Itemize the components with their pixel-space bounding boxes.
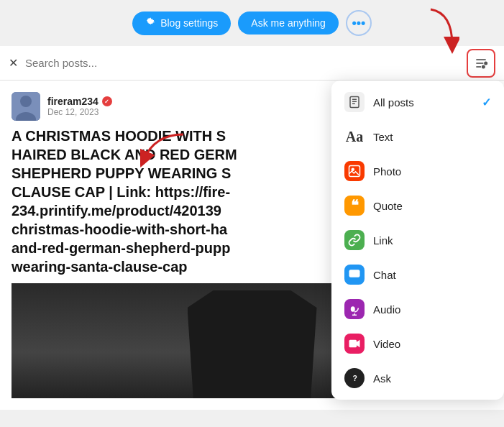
- allposts-label: All posts: [373, 96, 473, 109]
- filter-option-photo[interactable]: Photo: [331, 154, 504, 188]
- filter-option-text[interactable]: Aa Text: [331, 119, 504, 154]
- close-search-button[interactable]: ✕: [9, 56, 18, 70]
- text-icon: Aa: [344, 127, 365, 147]
- more-button[interactable]: •••: [346, 10, 372, 36]
- ask-anything-label: Ask me anything: [251, 17, 326, 29]
- filter-option-allposts[interactable]: All posts ✓: [331, 85, 504, 119]
- quote-label: Quote: [373, 200, 491, 212]
- main-content: fireram234 ✓ Dec 12, 2023 A CHRISTMAS HO…: [0, 81, 504, 410]
- photo-label: Photo: [373, 165, 491, 178]
- filter-option-chat[interactable]: hi! Chat: [331, 257, 504, 292]
- text-label: Text: [373, 131, 491, 143]
- blog-settings-label: Blog settings: [160, 17, 218, 29]
- blog-settings-button[interactable]: Blog settings: [132, 12, 231, 35]
- search-bar: ✕: [0, 46, 504, 81]
- svg-text:?: ?: [352, 374, 357, 382]
- gear-icon: [145, 17, 155, 29]
- svg-rect-21: [349, 340, 357, 348]
- filter-button[interactable]: [467, 49, 495, 78]
- svg-point-4: [484, 61, 487, 65]
- svg-point-18: [351, 306, 355, 312]
- search-input[interactable]: [25, 57, 461, 69]
- filter-option-audio[interactable]: Audio: [331, 292, 504, 326]
- svg-text:hi!: hi!: [351, 271, 357, 276]
- svg-point-5: [482, 65, 485, 68]
- ask-label: Ask: [373, 372, 491, 385]
- filter-option-link[interactable]: Link: [331, 223, 504, 257]
- ask-anything-button[interactable]: Ask me anything: [238, 12, 339, 35]
- ask-icon: ?: [344, 368, 365, 388]
- chat-label: Chat: [373, 269, 491, 281]
- link-label: Link: [373, 234, 491, 247]
- document-icon: [344, 92, 365, 112]
- avatar: [12, 92, 40, 121]
- filter-option-video[interactable]: Video: [331, 326, 504, 361]
- filter-option-quote[interactable]: ❝ Quote: [331, 188, 504, 223]
- verified-badge: ✓: [102, 96, 112, 106]
- audio-icon: [344, 299, 365, 319]
- hoodie-illustration: [188, 290, 317, 398]
- link-icon: [344, 230, 365, 250]
- video-label: Video: [373, 338, 491, 350]
- top-bar: Blog settings Ask me anything •••: [0, 0, 504, 46]
- filter-option-ask[interactable]: ? Ask: [331, 361, 504, 395]
- quote-icon: ❝: [344, 196, 365, 216]
- post-date: Dec 12, 2023: [47, 107, 112, 117]
- filter-dropdown: All posts ✓ Aa Text Photo ❝ Quote: [331, 81, 504, 400]
- avatar-image: [12, 92, 40, 121]
- photo-icon: [344, 161, 365, 181]
- audio-label: Audio: [373, 303, 491, 316]
- allposts-checkmark: ✓: [482, 96, 491, 109]
- username: fireram234 ✓: [47, 96, 112, 107]
- user-info: fireram234 ✓ Dec 12, 2023: [47, 96, 112, 117]
- svg-point-8: [20, 96, 32, 107]
- video-icon: [344, 334, 365, 354]
- chat-icon: hi!: [344, 265, 365, 285]
- dots-icon: •••: [352, 16, 365, 31]
